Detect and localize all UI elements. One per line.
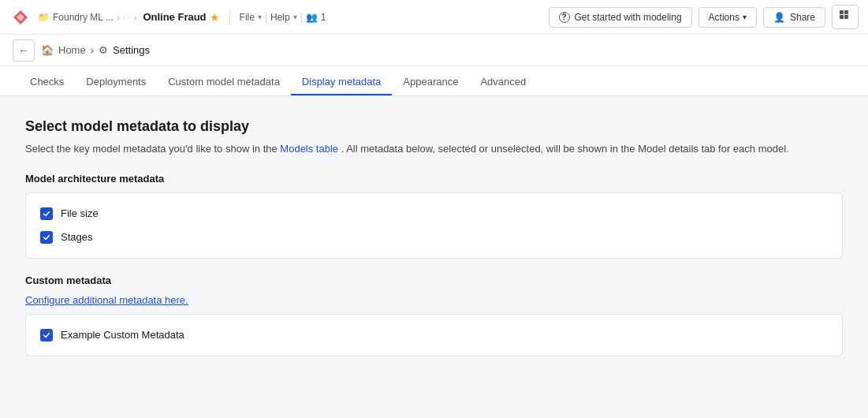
settings-gear-icon: ⚙ [99, 44, 108, 56]
file-size-label: File size [61, 207, 99, 219]
content-area: Select model metadata to display Select … [0, 96, 868, 418]
tabs-bar: Checks Deployments Custom model metadata… [0, 66, 868, 96]
svg-rect-0 [840, 10, 844, 14]
models-table-link[interactable]: Models table [280, 143, 338, 155]
section-title: Select model metadata to display [25, 118, 843, 135]
breadcrumb-sep3: · [129, 13, 131, 22]
tab-appearance[interactable]: Appearance [392, 69, 469, 95]
app-name[interactable]: Foundry ML ... [53, 12, 114, 23]
topbar: 📁 Foundry ML ... › · · › Online Fraud ★ … [0, 0, 868, 35]
people-icon: 👥 [306, 12, 318, 23]
actions-button[interactable]: Actions ▾ [698, 7, 757, 28]
architecture-metadata-card: File size Stages [25, 192, 843, 259]
file-btn[interactable]: File [240, 12, 255, 23]
breadcrumb-sep1: › [117, 13, 120, 22]
home-link[interactable]: Home [58, 44, 86, 56]
svg-rect-1 [844, 10, 848, 14]
checkbox-row-stages: Stages [40, 228, 828, 247]
tab-custom-model-metadata[interactable]: Custom model metadata [157, 69, 291, 95]
people-count: 1 [321, 12, 326, 23]
separator1 [229, 9, 230, 25]
nav-breadcrumb: 🏠 Home › ⚙ Settings [41, 44, 150, 56]
star-icon[interactable]: ★ [210, 11, 220, 24]
architecture-section-title: Model architecture metadata [25, 173, 843, 185]
folder-icon: 📁 [38, 12, 50, 23]
settings-label: Settings [113, 44, 150, 56]
desc-before-link: Select the key model metadata you'd like… [25, 143, 280, 155]
svg-rect-2 [840, 15, 844, 19]
chevron-down-icon: ▾ [743, 13, 747, 21]
tab-display-metadata[interactable]: Display metadata [291, 69, 392, 95]
checkbox-row-example-custom: Example Custom Metadata [40, 326, 828, 345]
help-arrow: ▾ [293, 13, 297, 21]
checkbox-row-file-size: File size [40, 204, 828, 223]
grid-icon [839, 9, 851, 24]
tab-deployments[interactable]: Deployments [75, 69, 157, 95]
page-title: Online Fraud [143, 11, 206, 23]
menu-sep2: | [300, 12, 303, 23]
actions-label: Actions [709, 12, 739, 23]
breadcrumb-sep2: · [123, 13, 125, 22]
topbar-breadcrumb: 📁 Foundry ML ... › · · › [38, 12, 136, 23]
get-started-label: Get started with modeling [575, 12, 682, 23]
share-icon: 👤 [773, 12, 785, 23]
example-custom-label: Example Custom Metadata [61, 329, 184, 341]
checkbox-example-custom[interactable] [40, 329, 53, 341]
grid-button[interactable] [832, 5, 859, 29]
custom-section-title: Custom metadata [25, 274, 843, 286]
get-started-button[interactable]: ? Get started with modeling [549, 7, 692, 28]
navbar: ← 🏠 Home › ⚙ Settings [0, 35, 868, 66]
tab-advanced[interactable]: Advanced [469, 69, 537, 95]
section-description: Select the key model metadata you'd like… [25, 141, 843, 157]
nav-sep: › [91, 44, 94, 56]
configure-metadata-link[interactable]: Configure additional metadata here. [25, 294, 188, 306]
share-label: Share [790, 12, 815, 23]
question-circle-icon: ? [559, 12, 570, 23]
checkbox-file-size[interactable] [40, 207, 53, 220]
back-button[interactable]: ← [13, 39, 35, 62]
logo [9, 6, 32, 28]
share-button[interactable]: 👤 Share [763, 7, 825, 28]
stages-label: Stages [61, 231, 92, 243]
breadcrumb-sep4: › [134, 13, 137, 22]
file-arrow: ▾ [258, 13, 262, 21]
topbar-actions: ? Get started with modeling Actions ▾ 👤 … [549, 5, 859, 29]
file-menu: File ▾ | Help ▾ | 👥 1 [240, 12, 326, 23]
help-btn[interactable]: Help [270, 12, 290, 23]
home-icon: 🏠 [41, 44, 54, 56]
svg-rect-3 [844, 15, 848, 19]
page-title-area: Online Fraud ★ [143, 11, 219, 24]
tab-checks[interactable]: Checks [19, 69, 75, 95]
menu-sep: | [265, 12, 267, 23]
checkbox-stages[interactable] [40, 231, 53, 244]
custom-metadata-card: Example Custom Metadata [25, 314, 843, 356]
back-arrow-icon: ← [18, 44, 29, 57]
desc-after-link: . All metadata below, selected or unsele… [338, 143, 789, 155]
